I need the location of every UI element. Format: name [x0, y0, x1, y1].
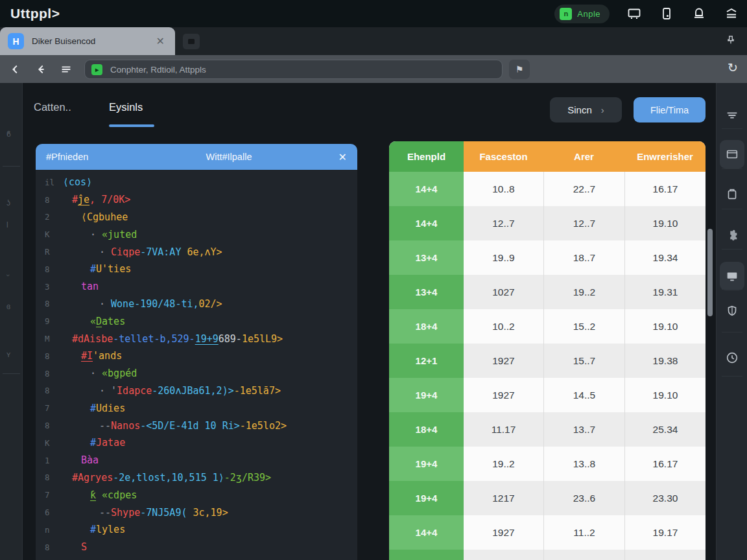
table-header-cell[interactable]: Enwrerisher — [624, 141, 706, 172]
code-line: 7#Udies — [36, 399, 357, 417]
table-cell — [624, 550, 706, 560]
rail-divider — [722, 249, 742, 250]
active-tab-underline — [109, 124, 154, 127]
line-number: K — [36, 438, 63, 448]
table-row[interactable] — [389, 550, 706, 560]
browser-tab-active[interactable]: H Diker Buisencod ✕ — [0, 27, 175, 55]
code-line: 8· 'Idapce-260ʌJBa61,2)>-1e5lā7> — [36, 382, 357, 400]
topbar: Uttppl> n Anple — [0, 0, 747, 27]
sidebar-glyph-icon[interactable]: Ɩ — [6, 220, 8, 229]
line-number: 1 — [36, 456, 63, 465]
table-row[interactable]: 13+4102719..219.31 — [389, 275, 706, 309]
line-number: 7 — [36, 403, 63, 413]
table-cell: 19.17 — [624, 515, 706, 550]
rail-divider — [722, 289, 742, 290]
line-number: 7 — [36, 490, 63, 500]
sidebar-glyph-icon[interactable]: ʖ — [6, 198, 10, 207]
code-panel-header[interactable]: #Pfnieden Witt#Ilpalle ✕ — [36, 144, 357, 170]
table-cell: 14+4 — [389, 172, 464, 206]
code-text: ƙ «cdpes — [90, 489, 137, 501]
code-text: #lyles — [90, 524, 125, 535]
table-cell: 15..7 — [543, 344, 624, 378]
table-row[interactable]: 12+1192715..719.38 — [389, 344, 706, 378]
code-line: R· Ciqpe-7VA:AY 6e,ʌY> — [36, 243, 357, 261]
address-bar[interactable]: ▸ Conphter, Rdtioil, Attppls — [84, 60, 503, 79]
line-number: 8 — [36, 351, 63, 361]
code-text: S — [81, 541, 87, 553]
table-row[interactable]: 18+410..215..219.10 — [389, 309, 706, 344]
code-line: 8#I'ands — [36, 347, 357, 365]
bell-icon[interactable] — [691, 6, 707, 21]
table-cell: 18+4 — [389, 412, 464, 447]
table-header-cell[interactable]: Arer — [543, 141, 624, 172]
filter-lines-icon[interactable] — [720, 101, 744, 130]
table-row[interactable]: 14+412..712..719.10 — [389, 206, 706, 240]
tab-strip: H Diker Buisencod ✕ — [0, 27, 747, 55]
sidebar-glyph-icon[interactable]: ϐ — [6, 130, 11, 139]
sidebar-glyph-icon[interactable]: ʏ — [6, 350, 10, 359]
refresh-icon[interactable]: ↻ — [728, 60, 738, 75]
code-text: · «bgpéd — [90, 368, 137, 379]
table-row[interactable]: 14+4192711..219.17 — [389, 515, 706, 550]
table-cell: 19..2 — [464, 447, 543, 481]
table-scrollbar[interactable] — [707, 229, 713, 316]
back-arrow-alt-icon[interactable] — [31, 60, 51, 79]
code-text: · 'Idapce-260ʌJBa61,2)>-1e5lā7> — [99, 385, 281, 397]
table-cell: 14..5 — [543, 378, 624, 412]
since-button[interactable]: Sincn › — [550, 97, 622, 122]
table-cell: 19.38 — [624, 344, 706, 378]
code-editor[interactable]: il⟨cos⟩8#ĵe, 7/0K>2⟨CgbuheeK· «jutedR· C… — [36, 170, 357, 560]
table-cell: 19+4 — [389, 378, 464, 412]
clipboard-icon[interactable] — [720, 180, 744, 209]
table-row[interactable]: 19+4192714..519.10 — [389, 378, 706, 412]
code-line: 8#Agryes-2e,tlost,10,515 1⟩-2ʒ/R39> — [36, 469, 357, 487]
code-line: 9«Dates — [36, 312, 357, 330]
tab-catten[interactable]: Catten.. — [34, 101, 71, 113]
tab-close-icon[interactable]: ✕ — [154, 34, 167, 49]
back-arrow-icon[interactable] — [6, 60, 25, 79]
table-cell: 11.17 — [464, 412, 543, 447]
rail-divider — [722, 209, 742, 209]
history-icon[interactable] — [720, 344, 744, 372]
puzzle-icon[interactable] — [720, 220, 744, 249]
close-icon[interactable]: ✕ — [327, 151, 347, 163]
sidebar-glyph-icon[interactable]: ᵕ — [6, 271, 10, 280]
table-cell: 25.34 — [624, 412, 706, 447]
browser-window-icon[interactable] — [720, 140, 744, 169]
menu-lines-icon[interactable] — [56, 60, 76, 79]
table-row[interactable]: 14+410..822..716.17 — [389, 172, 706, 206]
mini-tab[interactable] — [183, 34, 200, 49]
table-row[interactable]: 18+411.1713..725.34 — [389, 412, 706, 447]
code-line: 6--Shype-7NJ5A9( 3c,19> — [36, 504, 357, 521]
sidebar-divider — [3, 373, 20, 374]
monitor-icon[interactable] — [720, 262, 744, 290]
table-header-cell[interactable]: Fasceston — [464, 141, 543, 172]
table-cell: 19.31 — [624, 275, 706, 309]
pin-icon[interactable] — [725, 34, 737, 49]
site-security-icon: ▸ — [91, 64, 102, 75]
table-cell: 19.10 — [624, 378, 706, 412]
table-cell: 16.17 — [624, 172, 706, 206]
shield-icon[interactable] — [720, 297, 744, 325]
rail-divider — [722, 332, 742, 332]
code-text: · «juted — [90, 229, 137, 240]
code-line: M#dAisbe-tellet-b,529-19+9689-1e5lL9> — [36, 330, 357, 347]
line-number: 8 — [36, 472, 63, 482]
primary-action-button[interactable]: Flie/Tima — [634, 97, 706, 122]
table-header-cell[interactable]: Ehenpld — [389, 141, 464, 172]
table-row[interactable]: 19+4121723..623.30 — [389, 481, 706, 515]
tablet-icon[interactable] — [659, 6, 674, 21]
table-cell: 18..7 — [543, 240, 624, 275]
bookmark-icon[interactable]: ⚑ — [509, 60, 530, 79]
line-number: 8 — [36, 264, 63, 274]
table-cell: 19+4 — [389, 447, 464, 481]
tab-eysinls[interactable]: Eysinls — [109, 101, 143, 113]
menu-layers-icon[interactable] — [724, 6, 739, 21]
monitor-icon[interactable] — [626, 6, 642, 21]
line-number: 3 — [36, 282, 63, 292]
status-badge[interactable]: n Anple — [554, 5, 610, 23]
table-cell: 23..6 — [543, 481, 624, 515]
sidebar-glyph-icon[interactable]: ɞ — [6, 302, 10, 311]
table-row[interactable]: 19+419..213..816.17 — [389, 447, 706, 481]
table-row[interactable]: 13+419..918..719.34 — [389, 240, 706, 275]
